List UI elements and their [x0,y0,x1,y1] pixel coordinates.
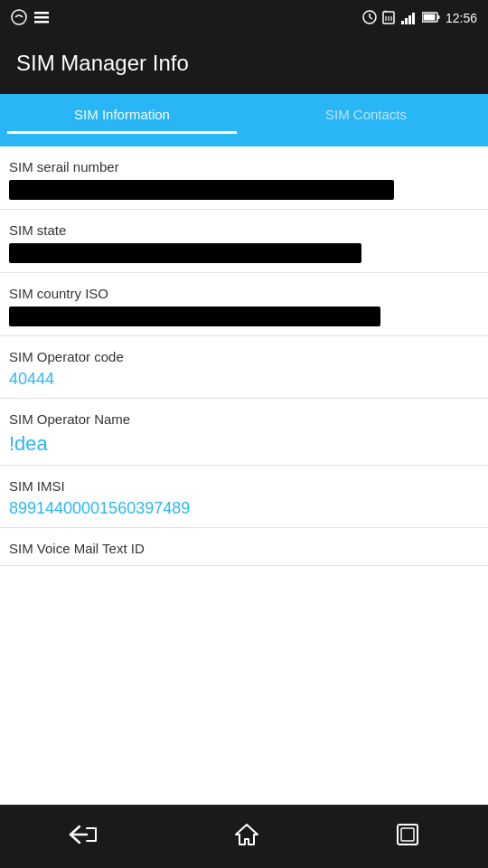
sim-imsi-label: SIM IMSI [9,478,479,494]
tab-sim-contacts[interactable]: SIM Contacts [244,94,488,146]
sim-country-label: SIM country ISO [9,286,479,301]
signal-bars-icon [400,10,417,27]
status-bar: 12:56 [0,0,488,36]
sim-serial-row: SIM serail number [0,146,488,210]
status-bar-right-icons: 12:56 [362,10,477,27]
svg-rect-16 [408,15,411,24]
svg-rect-1 [34,12,49,14]
sim-state-value-bar [9,243,361,263]
sim-operator-name-label: SIM Operator Name [9,411,479,427]
back-icon [69,825,98,848]
sim-country-row: SIM country ISO [0,273,488,336]
svg-rect-20 [423,14,435,21]
tab-sim-information[interactable]: SIM Information [0,94,244,146]
sim-operator-code-row: SIM Operator code 40444 [0,336,488,399]
sim-country-value-bar [9,307,380,326]
home-button[interactable] [216,814,277,859]
sim-icon [382,10,395,27]
sim-serial-label: SIM serail number [9,159,479,175]
sim-voicemail-row: SIM Voice Mail Text ID [0,528,488,566]
sim-operator-code-label: SIM Operator code [9,349,479,364]
status-bar-left-icons [11,9,49,28]
time-display: 12:56 [446,11,477,25]
svg-rect-15 [405,18,408,24]
svg-rect-3 [34,21,49,24]
home-icon [234,823,259,850]
sim-state-row: SIM state [0,210,488,273]
sim-imsi-row: SIM IMSI 89914400001560397489 [0,466,488,528]
svg-rect-17 [412,13,415,24]
content-area: SIM serail number SIM state SIM country … [0,146,488,805]
app-header: SIM Manager Info [0,36,488,94]
sim-state-label: SIM state [9,222,479,238]
back-button[interactable] [51,816,116,857]
sim-operator-name-value: !dea [9,432,479,456]
svg-rect-14 [401,21,404,24]
sim-serial-value-bar [9,180,394,200]
sim-imsi-value: 89914400001560397489 [9,499,479,518]
recents-icon [396,823,419,850]
nav-bar [0,805,488,868]
svg-rect-19 [437,15,439,19]
sim-operator-code-value: 40444 [9,370,479,389]
sim-voicemail-label: SIM Voice Mail Text ID [9,541,479,556]
svg-rect-22 [401,828,414,841]
svg-point-0 [12,10,26,24]
menu-icon [34,10,49,27]
svg-line-9 [370,17,372,19]
tab-bar: SIM Information SIM Contacts [0,94,488,146]
sim-operator-name-row: SIM Operator Name !dea [0,399,488,466]
battery-icon [422,11,440,25]
page-title: SIM Manager Info [16,51,472,76]
svg-rect-2 [34,16,49,19]
swiftkey-icon [11,9,27,28]
clock-icon [362,10,377,27]
recents-button[interactable] [378,814,437,859]
